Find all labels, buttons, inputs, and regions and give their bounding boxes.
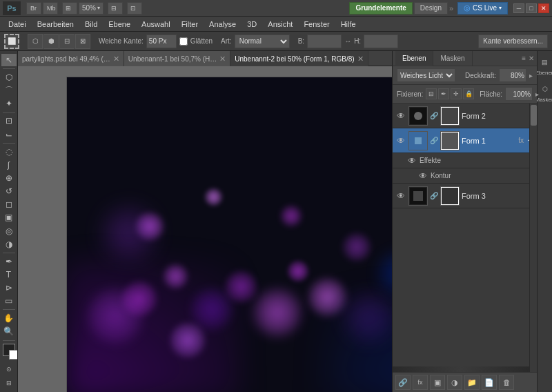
quick-mask-btn[interactable]: ⊙ bbox=[1, 363, 17, 375]
mini-bridge-btn[interactable]: Mb bbox=[43, 2, 58, 14]
link-layers-btn[interactable]: 🔗 bbox=[395, 375, 411, 390]
menu-bild[interactable]: Bild bbox=[79, 17, 103, 32]
kante-verbessern-btn[interactable]: Kante verbessern... bbox=[478, 35, 548, 48]
menu-filter[interactable]: Filter bbox=[176, 17, 204, 32]
fix-pixels-icon[interactable]: ✒ bbox=[438, 88, 449, 99]
screen-mode-btn[interactable]: ⊟ bbox=[1, 377, 17, 389]
workspace-btn[interactable]: ⊟ bbox=[108, 2, 123, 14]
arrange-btn[interactable]: ⊞ bbox=[62, 2, 77, 14]
path-select-tool[interactable]: ⊳ bbox=[1, 282, 17, 294]
eraser-tool[interactable]: ◻ bbox=[1, 198, 17, 210]
menu-3d[interactable]: 3D bbox=[241, 17, 262, 32]
layer-scroll-thumb[interactable] bbox=[531, 105, 537, 126]
tab-unbenannt2[interactable]: Unbenannt-2 bei 50% (Form 1, RGB/8) ✕ bbox=[230, 51, 368, 66]
art-dropdown[interactable]: Normal Additiv Subtraktiv bbox=[235, 35, 290, 48]
minimize-btn[interactable]: ─ bbox=[513, 3, 524, 13]
tab-close-2[interactable]: ✕ bbox=[357, 55, 364, 63]
zoom-tool[interactable]: 🔍 bbox=[1, 325, 17, 337]
pen-tool[interactable]: ✒ bbox=[1, 255, 17, 268]
fx-btn[interactable]: fx bbox=[413, 375, 428, 390]
layer-form2-visibility[interactable]: 👁 bbox=[395, 110, 406, 121]
h-input[interactable] bbox=[364, 35, 398, 48]
design-btn[interactable]: Design bbox=[414, 2, 448, 14]
tab-masken[interactable]: Masken bbox=[433, 51, 472, 66]
tab-unbenannt1[interactable]: Unbenannt-1 bei 50,7% (H… ✕ bbox=[124, 51, 230, 66]
layer-form3-visibility[interactable]: 👁 bbox=[395, 190, 406, 202]
layer-form1-link[interactable]: 🔗 bbox=[430, 135, 438, 146]
menu-analyse[interactable]: Analyse bbox=[204, 17, 241, 32]
menu-ebene[interactable]: Ebene bbox=[103, 17, 136, 32]
fix-transparent-icon[interactable]: ⊟ bbox=[426, 88, 437, 99]
tab-close-1[interactable]: ✕ bbox=[219, 55, 226, 63]
layer-effekte-eye[interactable]: 👁 bbox=[406, 155, 417, 166]
layer-kontur[interactable]: 👁 Kontur bbox=[393, 168, 537, 184]
panel-menu-icon[interactable]: ≡ bbox=[522, 55, 526, 62]
tab-close-0[interactable]: ✕ bbox=[113, 55, 119, 63]
opacity-input[interactable] bbox=[499, 68, 526, 82]
layer-kontur-eye[interactable]: 👁 bbox=[417, 170, 428, 182]
group-btn[interactable]: 📁 bbox=[464, 375, 480, 390]
fill-input[interactable] bbox=[505, 87, 533, 101]
magic-wand-tool[interactable]: ✦ bbox=[1, 97, 17, 110]
glaetten-checkbox[interactable] bbox=[179, 37, 188, 46]
fix-all-icon[interactable]: 🔒 bbox=[463, 88, 474, 99]
layer-effekte[interactable]: 👁 Effekte bbox=[393, 153, 537, 168]
intersect-selection-icon[interactable]: ⊠ bbox=[75, 34, 90, 49]
fix-position-icon[interactable]: ✛ bbox=[451, 88, 462, 99]
background-color[interactable] bbox=[9, 350, 19, 360]
foreground-background-colors[interactable] bbox=[1, 344, 17, 356]
history-brush-tool[interactable]: ↺ bbox=[1, 185, 17, 197]
screen-btn[interactable]: ⊡ bbox=[127, 2, 142, 14]
foreground-color[interactable] bbox=[3, 344, 15, 356]
bridge-btn[interactable]: Br bbox=[26, 2, 41, 14]
layer-form2-link[interactable]: 🔗 bbox=[430, 110, 438, 121]
menu-auswahl[interactable]: Auswahl bbox=[136, 17, 176, 32]
blur-tool[interactable]: ◎ bbox=[1, 225, 17, 237]
opacity-arrow[interactable]: ▸ bbox=[529, 72, 533, 79]
tab-ebenen[interactable]: Ebenen bbox=[395, 51, 433, 66]
maximize-btn[interactable]: □ bbox=[526, 3, 537, 13]
subtract-selection-icon[interactable]: ⊟ bbox=[59, 34, 75, 49]
clone-tool[interactable]: ⊕ bbox=[1, 172, 17, 184]
layer-form3-link[interactable]: 🔗 bbox=[430, 190, 438, 202]
b-input[interactable] bbox=[307, 35, 342, 48]
shape-tool[interactable]: ▭ bbox=[1, 295, 17, 307]
gradient-tool[interactable]: ▣ bbox=[1, 211, 17, 224]
canvas-image[interactable] bbox=[66, 77, 392, 392]
menu-datei[interactable]: Datei bbox=[3, 17, 32, 32]
move-tool[interactable]: ↖ bbox=[1, 54, 17, 66]
layer-form2[interactable]: 👁 🔗 Form 2 bbox=[393, 104, 537, 128]
close-btn[interactable]: ✕ bbox=[538, 3, 549, 13]
marquee-tool[interactable]: ⬡ bbox=[1, 71, 17, 84]
tab-partylights[interactable]: partylights.psd bei 49,4% (… ✕ bbox=[18, 51, 124, 66]
menu-hilfe[interactable]: Hilfe bbox=[335, 17, 362, 32]
lasso-tool[interactable]: ⌒ bbox=[1, 84, 17, 97]
weiche-kante-input[interactable] bbox=[146, 35, 177, 48]
rect-select-icon[interactable]: ⬜ bbox=[4, 34, 19, 49]
layer-form1-visibility[interactable]: 👁 bbox=[395, 135, 406, 146]
eyedropper-tool[interactable]: ⌙ bbox=[1, 128, 17, 141]
new-layer-btn[interactable]: 📄 bbox=[482, 375, 497, 390]
blend-mode-select[interactable]: Weiches Licht Normal Multiplizieren bbox=[397, 68, 455, 82]
text-tool[interactable]: T bbox=[1, 268, 17, 281]
layer-scrollbar[interactable] bbox=[529, 104, 537, 372]
right-icon-ebenen[interactable]: ▤ Ebenen bbox=[535, 54, 552, 78]
new-selection-icon[interactable]: ⬡ bbox=[28, 34, 43, 49]
crop-tool[interactable]: ⊡ bbox=[1, 115, 17, 127]
brush-tool[interactable]: ∫ bbox=[1, 159, 17, 171]
dodge-tool[interactable]: ◑ bbox=[1, 238, 17, 251]
spot-heal-tool[interactable]: ◌ bbox=[1, 146, 17, 158]
adjustment-btn[interactable]: ◑ bbox=[447, 375, 462, 390]
menu-ansicht[interactable]: Ansicht bbox=[262, 17, 298, 32]
layer-form1[interactable]: 👁 🔗 Form 1 fx ✦ bbox=[393, 128, 537, 153]
grundelemente-btn[interactable]: Grundelemente bbox=[349, 2, 412, 14]
add-selection-icon[interactable]: ⬢ bbox=[43, 34, 59, 49]
fill-arrow[interactable]: ▸ bbox=[535, 90, 539, 98]
menu-bearbeiten[interactable]: Bearbeiten bbox=[32, 17, 79, 32]
layer-form3[interactable]: 👁 🔗 Form 3 bbox=[393, 184, 537, 208]
menu-fenster[interactable]: Fenster bbox=[298, 17, 335, 32]
hand-tool[interactable]: ✋ bbox=[1, 312, 17, 324]
panel-expand-icon[interactable]: ✕ bbox=[529, 55, 534, 62]
cs-live-btn[interactable]: ◎ CS Live ▾ bbox=[457, 2, 508, 14]
delete-layer-btn[interactable]: 🗑 bbox=[499, 375, 514, 390]
